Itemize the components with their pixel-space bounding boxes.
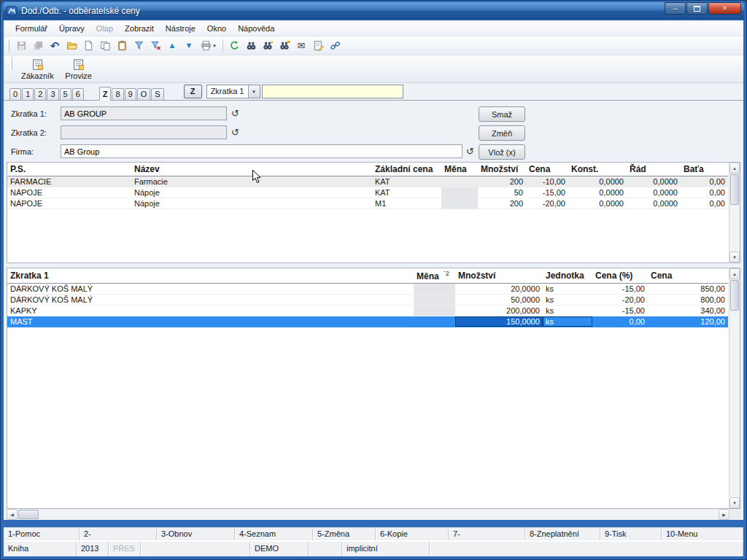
tab-3[interactable]: 3 xyxy=(47,88,58,100)
scroll-right-icon[interactable]: ▶ xyxy=(719,509,729,520)
find-next-button[interactable] xyxy=(260,39,276,53)
combo-dropdown-icon[interactable]: ▼ xyxy=(248,85,260,98)
col-jednotka[interactable]: Jednotka xyxy=(543,268,592,284)
upper-scroll-thumb[interactable] xyxy=(730,174,739,205)
item-price-row-selected[interactable]: MAST 150,0000 ks 0,00 120,00 xyxy=(7,316,728,327)
firma-history-icon[interactable]: ↺ xyxy=(466,147,474,156)
scroll-down-icon[interactable]: ▼ xyxy=(729,252,740,262)
zkratka1-history-icon[interactable]: ↺ xyxy=(231,109,239,118)
horizontal-scroll-thumb[interactable] xyxy=(18,510,39,519)
tab-2[interactable]: 2 xyxy=(34,88,46,100)
price-group-row[interactable]: NÁPOJE Nápoje KAT 50 -15,00 0,0000 0,000… xyxy=(7,187,728,198)
print-button[interactable]: ▼ xyxy=(198,39,220,53)
upper-vertical-scrollbar[interactable]: ▲ ▼ xyxy=(729,163,740,262)
minimize-button[interactable]: – xyxy=(665,2,686,15)
vloz-button[interactable]: Vlož (x) xyxy=(479,144,525,160)
menu-zobrazit[interactable]: Zobrazit xyxy=(119,22,160,35)
clipboard-button[interactable] xyxy=(114,39,130,53)
col-rad[interactable]: Řád xyxy=(627,163,681,176)
previous-button[interactable]: ▲ xyxy=(164,39,180,53)
col-bata[interactable]: Baťa xyxy=(681,163,728,176)
item-price-row[interactable]: KAPKY 200,0000 ks -15,00 340,00 xyxy=(7,306,728,316)
item-price-row[interactable]: DÁRKOVÝ KOŠ MALÝ 50,0000 ks -20,00 800,0… xyxy=(7,295,728,306)
mail-button[interactable]: ✉ xyxy=(293,39,309,53)
tab-5[interactable]: 5 xyxy=(60,88,71,100)
lower-scroll-thumb[interactable] xyxy=(730,280,739,311)
zkratka2-input[interactable] xyxy=(61,125,227,139)
shortcut-bar-grip[interactable] xyxy=(10,57,12,70)
fkey-5-zmena[interactable]: 5-Změna xyxy=(313,528,376,540)
smaz-button[interactable]: Smaž xyxy=(479,106,525,122)
zakaznik-button[interactable]: Zákazník xyxy=(18,57,57,82)
price-group-row[interactable]: FARMACIE Farmacie KAT 200 -10,00 0,0000 … xyxy=(7,176,728,187)
scroll-up-icon[interactable]: ▲ xyxy=(729,268,740,279)
scroll-left-icon[interactable]: ◀ xyxy=(7,509,18,520)
next-button[interactable]: ▼ xyxy=(181,39,197,53)
fkey-6-kopie[interactable]: 6-Kopie xyxy=(376,528,449,540)
horizontal-scrollbar[interactable]: ◀ ▶ xyxy=(7,509,740,520)
undo-button[interactable]: ↶ xyxy=(47,39,63,53)
close-button[interactable]: × xyxy=(708,2,741,15)
find-button[interactable] xyxy=(243,39,259,53)
filter-field-combo[interactable]: Zkratka 1 ▼ xyxy=(206,85,260,98)
tab-o[interactable]: O xyxy=(137,88,151,100)
link-button[interactable] xyxy=(327,39,343,53)
save-all-button[interactable] xyxy=(30,39,46,53)
col-mnozstvi[interactable]: Množství xyxy=(478,163,526,176)
quick-search-input[interactable] xyxy=(262,85,403,98)
open-button[interactable] xyxy=(63,39,80,53)
col-mena[interactable]: Měna xyxy=(441,163,478,176)
z-toggle-button[interactable]: Z xyxy=(184,85,202,98)
save-button[interactable] xyxy=(13,39,29,53)
firma-input[interactable] xyxy=(61,144,462,158)
col-zkratka1[interactable]: Zkratka 1 xyxy=(7,268,414,284)
filter-button[interactable] xyxy=(131,39,147,53)
zkratka2-history-icon[interactable]: ↺ xyxy=(231,128,239,137)
col-cena[interactable]: Cena xyxy=(526,163,568,176)
find-all-button[interactable] xyxy=(276,39,293,53)
menu-okno[interactable]: Okno xyxy=(201,22,232,35)
fkey-4-seznam[interactable]: 4-Seznam xyxy=(235,528,313,540)
fkey-3-obnov[interactable]: 3-Obnov xyxy=(157,528,235,540)
menu-nastroje[interactable]: Nástroje xyxy=(160,22,201,35)
fkey-8-zneplatneni[interactable]: 8-Zneplatnění xyxy=(525,528,600,540)
fkey-2[interactable]: 2- xyxy=(80,528,157,540)
copy-button[interactable] xyxy=(97,39,113,53)
col-zakladni-cena[interactable]: Základní cena xyxy=(372,163,441,176)
upper-scroll-track[interactable] xyxy=(729,206,740,252)
lower-scroll-track[interactable] xyxy=(729,311,740,497)
fkey-7[interactable]: 7- xyxy=(449,528,525,540)
note-button[interactable] xyxy=(310,39,326,53)
item-price-row[interactable]: DÁRKOVÝ KOŠ MALÝ 20,0000 ks -15,00 850,0… xyxy=(7,284,728,295)
col-konst[interactable]: Konst. xyxy=(568,163,627,176)
menu-upravy[interactable]: Úpravy xyxy=(53,22,90,35)
zmen-button[interactable]: Změň xyxy=(479,125,525,141)
fkey-1-pomoc[interactable]: 1-Pomoc xyxy=(4,528,80,540)
menu-formular[interactable]: Formulář xyxy=(9,22,53,35)
col-mnozstvi2[interactable]: Množství xyxy=(455,268,543,284)
horizontal-scroll-track[interactable] xyxy=(39,509,719,520)
fkey-9-tisk[interactable]: 9-Tisk xyxy=(600,528,662,540)
fkey-10-menu[interactable]: 10-Menu xyxy=(662,528,743,540)
col-cena2[interactable]: Cena xyxy=(648,268,728,284)
col-mena2[interactable]: Měna´2 xyxy=(414,268,455,284)
zkratka1-input[interactable] xyxy=(61,106,227,120)
price-group-row[interactable]: NÁPOJE Nápoje M1 200 -20,00 0,0000 0,000… xyxy=(7,198,728,209)
tab-6[interactable]: 6 xyxy=(72,88,84,100)
col-nazev[interactable]: Název xyxy=(131,163,372,176)
tab-0[interactable]: 0 xyxy=(9,88,21,100)
toolbar-grip[interactable] xyxy=(7,39,9,52)
scroll-down-icon[interactable]: ▼ xyxy=(729,497,740,508)
refresh-button[interactable] xyxy=(226,39,242,53)
maximize-button[interactable] xyxy=(686,2,708,15)
new-button[interactable] xyxy=(80,39,96,53)
filter-clear-button[interactable] xyxy=(147,39,163,53)
tab-1[interactable]: 1 xyxy=(22,88,34,100)
col-ps[interactable]: P.S. xyxy=(7,163,131,176)
tab-9[interactable]: 9 xyxy=(125,88,136,100)
col-cena-pct[interactable]: Cena (%) xyxy=(592,268,648,284)
tab-8[interactable]: 8 xyxy=(112,88,123,100)
menu-napoveda[interactable]: Nápověda xyxy=(232,22,280,35)
lower-vertical-scrollbar[interactable]: ▲ ▼ xyxy=(729,268,740,508)
provize-button[interactable]: Provize xyxy=(60,57,98,82)
